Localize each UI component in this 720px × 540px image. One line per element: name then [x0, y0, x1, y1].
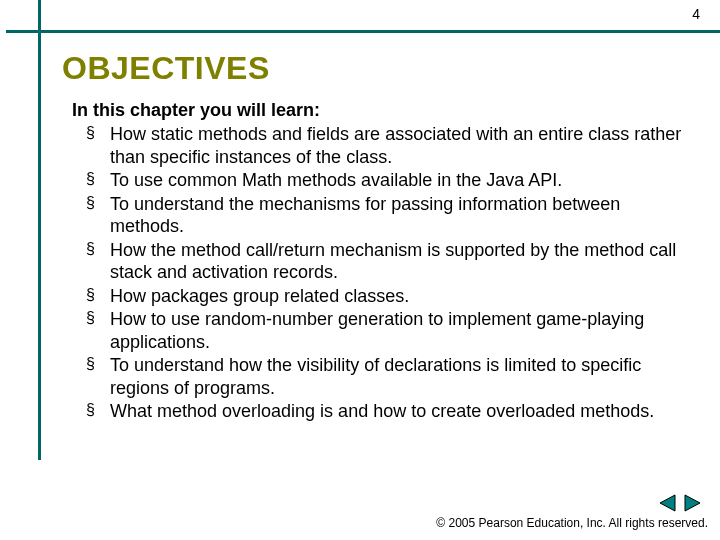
horizontal-rule [6, 30, 720, 33]
intro-text: In this chapter you will learn: [72, 100, 690, 121]
list-item: To understand how the visibility of decl… [86, 354, 690, 399]
copyright-text: © 2005 Pearson Education, Inc. All right… [0, 516, 708, 530]
vertical-rule [38, 0, 41, 460]
next-slide-icon[interactable] [682, 494, 702, 512]
list-item: How to use random-number generation to i… [86, 308, 690, 353]
list-item: What method overloading is and how to cr… [86, 400, 690, 423]
page-title: OBJECTIVES [62, 50, 270, 87]
list-item: How static methods and fields are associ… [86, 123, 690, 168]
objectives-list: How static methods and fields are associ… [72, 123, 690, 423]
prev-slide-icon[interactable] [658, 494, 678, 512]
page-number: 4 [692, 6, 700, 22]
footer: © 2005 Pearson Education, Inc. All right… [0, 493, 708, 530]
list-item: How packages group related classes. [86, 285, 690, 308]
list-item: How the method call/return mechanism is … [86, 239, 690, 284]
slide: 4 OBJECTIVES In this chapter you will le… [0, 0, 720, 540]
content-area: In this chapter you will learn: How stat… [72, 100, 690, 424]
svg-marker-0 [660, 495, 675, 511]
list-item: To use common Math methods available in … [86, 169, 690, 192]
list-item: To understand the mechanisms for passing… [86, 193, 690, 238]
nav-controls [658, 493, 702, 512]
svg-marker-1 [685, 495, 700, 511]
